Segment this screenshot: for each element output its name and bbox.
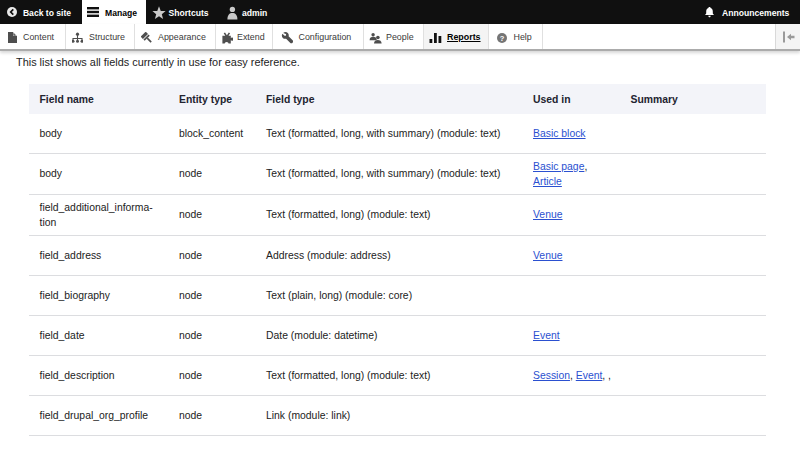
svg-text:?: ?	[499, 33, 504, 42]
